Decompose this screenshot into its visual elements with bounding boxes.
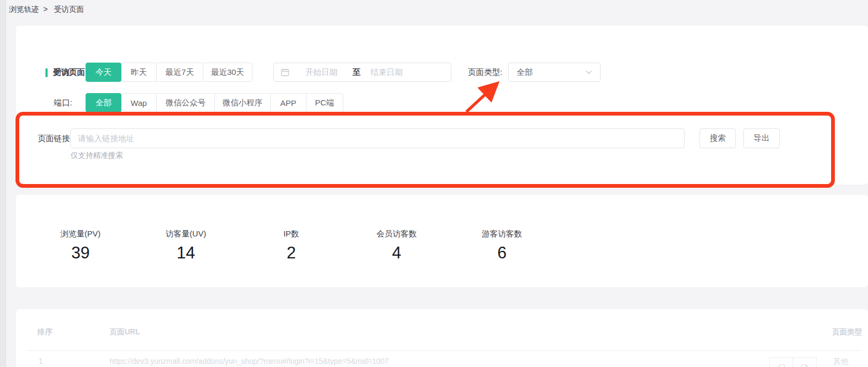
metric-guest-visitors-label: 游客访客数 — [449, 229, 555, 239]
metric-guest-visitors-value: 6 — [449, 243, 555, 263]
row-actions — [769, 357, 817, 367]
copy-icon — [777, 364, 785, 367]
breadcrumb-item-browse-track[interactable]: 浏览轨迹 — [9, 5, 39, 13]
page-type-selected-value: 全部 — [517, 67, 586, 78]
document-icon — [801, 364, 808, 367]
breadcrumb: 浏览轨迹 > 受访页面 — [9, 5, 86, 14]
date-range-picker[interactable]: 开始日期 至 结束日期 — [273, 63, 451, 82]
metric-guest-visitors: 游客访客数 6 — [449, 229, 555, 263]
time-filter-label: 时间: — [32, 63, 72, 82]
page-link-label: 页面链接: — [32, 128, 72, 148]
metric-ip-value: 2 — [239, 243, 344, 263]
calendar-icon — [281, 68, 289, 77]
metric-member-visitors-label: 会员访客数 — [344, 229, 449, 239]
time-last30days-button[interactable]: 最近30天 — [203, 63, 252, 82]
port-wechat-mini-button[interactable]: 微信小程序 — [214, 93, 271, 112]
end-date-field[interactable]: 结束日期 — [371, 67, 403, 78]
metric-pv-label: 浏览量(PV) — [28, 229, 133, 239]
row-rank: 1 — [39, 357, 43, 365]
collapsed-sidebar-edge — [0, 0, 6, 367]
metric-member-visitors-value: 4 — [344, 243, 449, 263]
table-header-divider — [27, 350, 862, 351]
metric-uv-value: 14 — [133, 243, 239, 263]
page-link-input[interactable] — [70, 128, 685, 148]
metric-pv-value: 39 — [28, 243, 133, 263]
time-range-group: 今天 昨天 最近7天 最近30天 — [86, 63, 252, 82]
metric-pv: 浏览量(PV) 39 — [28, 229, 133, 263]
port-app-button[interactable]: APP — [270, 93, 306, 112]
filter-card: 受访页面 (2021/04/02) 时间: 今天 昨天 最近7天 最近30天 开… — [16, 26, 868, 185]
port-pc-button[interactable]: PC端 — [306, 93, 343, 112]
time-last7days-button[interactable]: 最近7天 — [156, 63, 203, 82]
search-hint-text: 仅支持精准搜索 — [71, 151, 123, 160]
port-wechat-official-button[interactable]: 微信公众号 — [156, 93, 215, 112]
date-range-separator: 至 — [352, 67, 360, 78]
metric-ip-label: IP数 — [239, 229, 344, 239]
time-today-button[interactable]: 今天 — [86, 63, 121, 82]
port-filter-group: 全部 Wap 微信公众号 微信小程序 APP PC端 — [86, 93, 343, 112]
breadcrumb-separator: > — [43, 5, 48, 13]
row-url: https://dev3.yunzmall.com/addons/yun_sho… — [110, 357, 389, 365]
table-header-type: 页面类型 — [824, 327, 862, 337]
page-type-label: 页面类型: — [468, 63, 502, 82]
copy-url-button[interactable] — [769, 357, 793, 367]
metric-ip: IP数 2 — [239, 229, 344, 263]
time-yesterday-button[interactable]: 昨天 — [121, 63, 157, 82]
view-page-button[interactable] — [793, 357, 817, 367]
metric-uv-label: 访客量(UV) — [133, 229, 239, 239]
search-button[interactable]: 搜索 — [700, 128, 736, 148]
export-button[interactable]: 导出 — [743, 128, 780, 148]
chevron-down-icon — [586, 70, 592, 74]
metric-uv: 访客量(UV) 14 — [133, 229, 239, 263]
port-filter-label: 端口: — [32, 93, 72, 112]
breadcrumb-item-visited-pages[interactable]: 受访页面 — [54, 5, 84, 13]
table-header-rank: 排序 — [37, 327, 52, 337]
port-all-button[interactable]: 全部 — [86, 93, 121, 112]
page-type-select[interactable]: 全部 — [508, 63, 601, 82]
table-header-url: 页面URL — [110, 327, 140, 337]
row-page-type: 其他 — [833, 357, 848, 366]
port-wap-button[interactable]: Wap — [121, 93, 157, 112]
start-date-field[interactable]: 开始日期 — [305, 67, 337, 78]
metric-member-visitors: 会员访客数 4 — [344, 229, 449, 263]
